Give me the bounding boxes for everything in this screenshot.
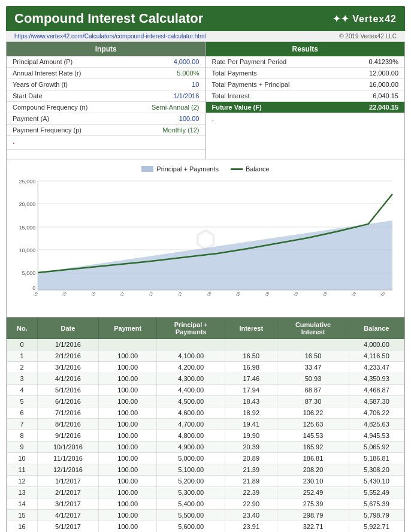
table-cell: 14 — [7, 498, 38, 510]
result-row-totalpayments: Total Payments 12,000.00 — [206, 68, 405, 79]
results-header: Results — [206, 42, 405, 56]
table-cell: 18.92 — [225, 407, 277, 419]
table-header-row: No. Date Payment Principal +Payments Int… — [7, 318, 404, 339]
input-value-rate: 5.000% — [146, 69, 200, 77]
table-cell: 5 — [7, 396, 38, 407]
col-header-payment: Payment — [99, 318, 157, 339]
input-value-startdate: 1/1/2016 — [146, 92, 200, 99]
table-cell: 100.00 — [99, 385, 157, 396]
table-cell: 4,945.53 — [349, 430, 404, 442]
result-label-totalpayments: Total Payments — [212, 69, 257, 77]
svg-text:25,000: 25,000 — [19, 179, 36, 185]
table-cell: 16.50 — [225, 350, 277, 362]
table-cell: 4,706.22 — [349, 407, 404, 419]
table-cell: 5,798.79 — [349, 510, 404, 521]
input-label-principal: Principal Amount (P) — [13, 58, 72, 65]
table-row: 23/1/2016100.004,200.0016.9833.474,233.4… — [7, 362, 404, 373]
table-cell: 12 — [7, 476, 38, 487]
table-cell: 2 — [7, 362, 38, 373]
table-row: 78/1/2016100.004,700.0019.41125.634,825.… — [7, 419, 404, 430]
table-cell — [277, 339, 349, 350]
result-label-futurevalue: Future Value (F) — [212, 104, 262, 111]
table-cell: 11 — [7, 464, 38, 476]
input-row-rate: Annual Interest Rate (r) 5.000% — [7, 68, 206, 79]
table-cell: 100.00 — [99, 498, 157, 510]
chart-visualization: 25,000 20,000 15,000 10,000 5,000 0 ⬡ — [13, 176, 398, 296]
input-label-years: Years of Growth (t) — [13, 81, 68, 88]
input-row-years: Years of Growth (t) 10 — [7, 79, 206, 90]
table-cell: 3 — [7, 373, 38, 385]
result-value-totalinterest: 6,040.15 — [350, 92, 398, 99]
table-cell: 1/1/2016 — [37, 339, 98, 350]
table-cell: 106.22 — [277, 407, 349, 419]
table-cell: 2/1/2017 — [37, 487, 98, 498]
input-row-principal: Principal Amount (P) 4,000.00 — [7, 56, 206, 68]
table-cell: 33.47 — [277, 362, 349, 373]
table-cell: 10/1/2016 — [37, 442, 98, 453]
input-value-principal: 4,000.00 — [146, 58, 200, 65]
table-cell: 100.00 — [99, 442, 157, 453]
table-cell: 100.00 — [99, 476, 157, 487]
table-row: 45/1/2016100.004,400.0017.9468.874,468.8… — [7, 385, 404, 396]
col-header-interest: Interest — [225, 318, 277, 339]
table-cell: 6 — [7, 407, 38, 419]
table-cell: 4,200.00 — [157, 362, 225, 373]
table-cell: 4,587.30 — [349, 396, 404, 407]
table-cell: 5,065.92 — [349, 442, 404, 453]
input-label-startdate: Start Date — [13, 92, 43, 99]
table-cell: 8/1/2016 — [37, 419, 98, 430]
results-section: Results Rate Per Payment Period 0.41239%… — [206, 42, 405, 159]
table-cell: 19.90 — [225, 430, 277, 442]
col-header-date: Date — [37, 318, 98, 339]
table-cell: 5,100.00 — [157, 464, 225, 476]
input-label-rate: Annual Interest Rate (r) — [13, 69, 81, 77]
table-cell: 21.89 — [225, 476, 277, 487]
table-cell: 145.53 — [277, 430, 349, 442]
result-row-dot2: · — [206, 113, 405, 126]
table-row: 89/1/2016100.004,800.0019.90145.534,945.… — [7, 430, 404, 442]
table-cell: 22.39 — [225, 487, 277, 498]
table-cell — [225, 339, 277, 350]
svg-text:15,000: 15,000 — [19, 225, 36, 231]
legend-line: Balance — [231, 165, 270, 173]
table-cell: 12/1/2016 — [37, 464, 98, 476]
table-row: 34/1/2016100.004,300.0017.4650.934,350.9… — [7, 373, 404, 385]
table-cell: 1/1/2017 — [37, 476, 98, 487]
table-cell: 4,116.50 — [349, 350, 404, 362]
table-cell: 5/1/2017 — [37, 521, 98, 533]
table-cell: 16.50 — [277, 350, 349, 362]
table-cell — [157, 339, 225, 350]
table-cell: 17.46 — [225, 373, 277, 385]
svg-text:20,000: 20,000 — [19, 201, 36, 207]
table-cell: 4,300.00 — [157, 373, 225, 385]
table-cell: 252.49 — [277, 487, 349, 498]
table-cell: 5,922.71 — [349, 521, 404, 533]
table-cell: 125.63 — [277, 419, 349, 430]
col-header-balance: Balance — [349, 318, 404, 339]
table-cell: 5,675.39 — [349, 498, 404, 510]
inputs-section: Inputs Principal Amount (P) 4,000.00 Ann… — [7, 42, 206, 159]
table-cell: 5,308.20 — [349, 464, 404, 476]
table-cell: 18.43 — [225, 396, 277, 407]
chart-legend: Principal + Payments Balance — [13, 165, 398, 173]
url-link[interactable]: https://www.vertex42.com/Calculators/com… — [14, 33, 206, 40]
table-row: 121/1/2017100.005,200.0021.89230.105,430… — [7, 476, 404, 487]
header-logo: ✦✦ Vertex42 — [333, 13, 397, 25]
table-cell: 50.93 — [277, 373, 349, 385]
table-cell: 13 — [7, 487, 38, 498]
inputs-header: Inputs — [7, 42, 206, 56]
result-value-futurevalue: 22,040.15 — [350, 104, 398, 111]
table-body: 01/1/20164,000.0012/1/2016100.004,100.00… — [7, 339, 404, 533]
table-cell: 9 — [7, 442, 38, 453]
table-cell: 4/1/2016 — [37, 373, 98, 385]
table-cell: 100.00 — [99, 521, 157, 533]
table-cell: 100.00 — [99, 510, 157, 521]
table-cell: 7/1/2016 — [37, 407, 98, 419]
legend-area-label: Principal + Payments — [156, 165, 219, 173]
table-cell: 15 — [7, 510, 38, 521]
result-row-totalinterest: Total Interest 6,040.15 — [206, 90, 405, 102]
table-cell: 208.20 — [277, 464, 349, 476]
col-header-principal: Principal +Payments — [157, 318, 225, 339]
table-cell: 10 — [7, 453, 38, 464]
input-row-dot: · — [7, 136, 206, 150]
